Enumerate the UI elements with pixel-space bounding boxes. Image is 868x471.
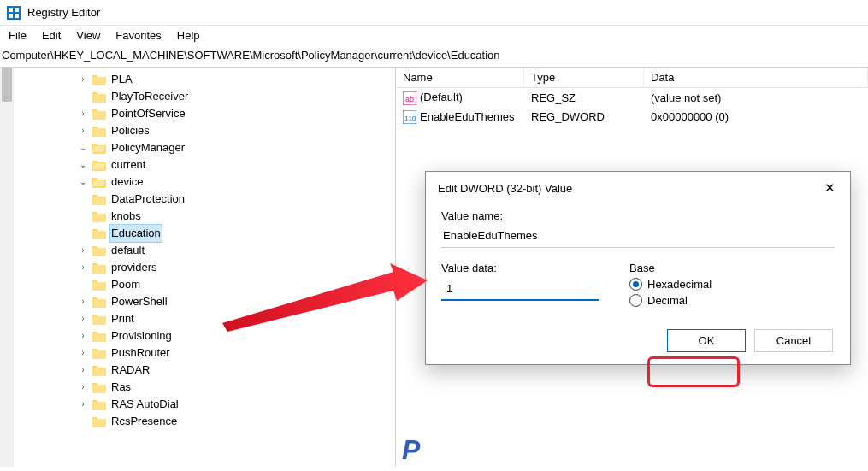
value-data: (value not set) — [644, 91, 868, 105]
folder-icon — [92, 330, 106, 342]
edit-dword-dialog: Edit DWORD (32-bit) Value ✕ Value name: … — [425, 171, 851, 365]
radio-icon — [629, 294, 642, 307]
value-type: REG_SZ — [524, 91, 644, 105]
base-label: Base — [629, 262, 835, 274]
menu-file[interactable]: File — [9, 29, 27, 42]
value-data-input[interactable] — [441, 278, 599, 301]
tree-item-label: PointOfService — [109, 105, 187, 122]
close-icon[interactable]: ✕ — [821, 180, 838, 196]
scrollbar-thumb[interactable] — [2, 68, 12, 102]
chevron-right-icon[interactable]: › — [77, 71, 89, 88]
folder-icon — [92, 262, 106, 274]
ok-button[interactable]: OK — [667, 329, 746, 352]
folder-icon — [92, 108, 106, 120]
folder-icon — [92, 313, 106, 325]
svg-rect-1 — [15, 8, 19, 12]
tree-item-label: current — [109, 156, 147, 174]
tree-item-ras[interactable]: ›Ras — [77, 379, 395, 396]
tree-item-provisioning[interactable]: ›Provisioning — [77, 327, 395, 344]
tree-item-education[interactable]: Education — [77, 225, 395, 242]
tree-item-rcspresence[interactable]: RcsPresence — [77, 413, 395, 430]
tree-item-playtoreceiver[interactable]: PlayToReceiver — [77, 88, 395, 105]
chevron-right-icon[interactable]: › — [77, 293, 89, 310]
chevron-down-icon[interactable]: ⌄ — [77, 139, 89, 156]
tree-item-label: Provisioning — [109, 327, 174, 344]
tree-item-pla[interactable]: ›PLA — [77, 71, 395, 88]
address-bar[interactable]: Computer\HKEY_LOCAL_MACHINE\SOFTWARE\Mic… — [0, 45, 868, 68]
menu-view[interactable]: View — [76, 29, 100, 42]
chevron-right-icon[interactable]: › — [77, 242, 89, 259]
svg-rect-3 — [15, 14, 19, 18]
value-name-label: Value name: — [441, 209, 835, 222]
address-text: Computer\HKEY_LOCAL_MACHINE\SOFTWARE\Mic… — [2, 49, 500, 62]
folder-icon — [92, 159, 106, 171]
folder-icon — [92, 142, 106, 154]
tree-item-dataprotection[interactable]: DataProtection — [77, 191, 395, 208]
radio-icon — [629, 278, 642, 291]
folder-icon — [92, 176, 106, 188]
chevron-right-icon[interactable]: › — [77, 310, 89, 327]
chevron-down-icon[interactable]: ⌄ — [77, 174, 89, 191]
tree-item-label: Policies — [109, 122, 151, 139]
tree-item-default[interactable]: ›default — [77, 242, 395, 259]
radio-decimal[interactable]: Decimal — [629, 294, 835, 307]
regedit-app-icon — [7, 6, 21, 20]
list-row[interactable]: 110EnableEduThemesREG_DWORD0x00000000 (0… — [396, 108, 868, 127]
dec-label: Decimal — [647, 294, 688, 307]
chevron-right-icon[interactable]: › — [77, 362, 89, 379]
folder-icon — [92, 415, 106, 427]
folder-icon — [92, 74, 106, 85]
tree-item-radar[interactable]: ›RADAR — [77, 362, 395, 379]
svg-text:ab: ab — [405, 95, 414, 103]
tree-item-label: providers — [109, 259, 158, 276]
tree-item-label: device — [109, 174, 145, 191]
folder-icon — [92, 347, 106, 359]
chevron-right-icon[interactable]: › — [77, 105, 89, 122]
col-header-name[interactable]: Name — [396, 68, 524, 87]
tree-item-pointofservice[interactable]: ›PointOfService — [77, 105, 395, 122]
value-name: EnableEduThemes — [420, 110, 515, 123]
radio-hexadecimal[interactable]: Hexadecimal — [629, 278, 835, 291]
tree-item-pushrouter[interactable]: ›PushRouter — [77, 344, 395, 362]
binary-value-icon: 110 — [403, 110, 416, 124]
folder-icon — [92, 279, 106, 291]
col-header-type[interactable]: Type — [524, 68, 644, 87]
tree-item-label: default — [109, 242, 146, 259]
tree-item-providers[interactable]: ›providers — [77, 259, 395, 276]
tree-item-poom[interactable]: Poom — [77, 276, 395, 293]
folder-icon — [92, 381, 106, 393]
chevron-right-icon[interactable]: › — [77, 122, 89, 139]
chevron-right-icon[interactable]: › — [77, 344, 89, 362]
tree-item-current[interactable]: ⌄current — [77, 156, 395, 174]
tree-item-label: Print — [109, 310, 136, 327]
chevron-right-icon[interactable]: › — [77, 396, 89, 413]
tree-item-ras-autodial[interactable]: ›RAS AutoDial — [77, 396, 395, 413]
titlebar: Registry Editor — [0, 0, 868, 26]
cancel-button[interactable]: Cancel — [754, 329, 833, 352]
col-header-data[interactable]: Data — [644, 68, 868, 87]
tree-item-label: RcsPresence — [109, 413, 179, 430]
menubar: File Edit View Favorites Help — [0, 26, 868, 45]
list-row[interactable]: ab(Default)REG_SZ(value not set) — [396, 88, 868, 108]
menu-edit[interactable]: Edit — [42, 29, 61, 42]
tree-item-label: PowerShell — [109, 293, 169, 310]
menu-help[interactable]: Help — [177, 29, 200, 42]
tree-item-label: Education — [109, 224, 162, 243]
tree-item-device[interactable]: ⌄device — [77, 174, 395, 191]
tree-item-knobs[interactable]: knobs — [77, 208, 395, 225]
tree-item-label: Poom — [109, 276, 142, 293]
tree-scrollbar[interactable] — [0, 68, 14, 467]
tree-item-policies[interactable]: ›Policies — [77, 122, 395, 139]
tree-item-label: knobs — [109, 208, 143, 225]
folder-icon — [92, 244, 106, 256]
menu-favorites[interactable]: Favorites — [115, 29, 161, 42]
chevron-right-icon[interactable]: › — [77, 259, 89, 276]
chevron-right-icon[interactable]: › — [77, 379, 89, 396]
folder-icon — [92, 125, 106, 137]
chevron-down-icon[interactable]: ⌄ — [77, 156, 89, 174]
tree-item-print[interactable]: ›Print — [77, 310, 395, 327]
chevron-right-icon[interactable]: › — [77, 327, 89, 344]
tree-item-powershell[interactable]: ›PowerShell — [77, 293, 395, 310]
dialog-titlebar: Edit DWORD (32-bit) Value ✕ — [426, 172, 850, 203]
tree-item-policymanager[interactable]: ⌄PolicyManager — [77, 139, 395, 156]
